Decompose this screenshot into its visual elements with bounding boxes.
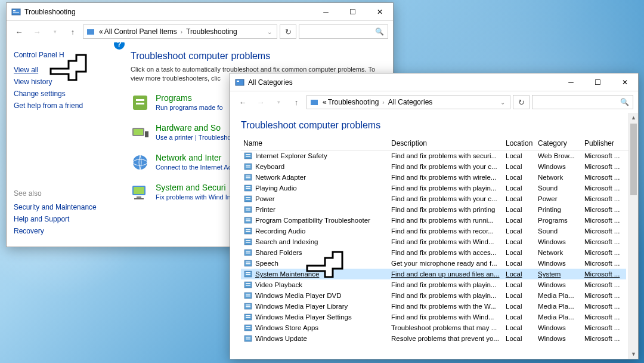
table-row[interactable]: Shared FoldersFind and fix problems with… bbox=[241, 247, 626, 258]
svg-rect-17 bbox=[237, 81, 239, 82]
cell-name: Playing Audio bbox=[241, 183, 389, 193]
table-header: Name Description Location Category Publi… bbox=[241, 139, 628, 150]
back-button[interactable]: ← bbox=[235, 94, 250, 110]
scrollbar[interactable]: ▲ ▼ bbox=[628, 113, 638, 359]
row-icon bbox=[243, 151, 253, 161]
svg-rect-20 bbox=[246, 154, 250, 155]
table-row[interactable]: SpeechGet your microphone ready and f...… bbox=[241, 258, 626, 269]
maximize-button[interactable]: ☐ bbox=[339, 3, 366, 20]
breadcrumb-item[interactable]: All Control Panel Items bbox=[104, 27, 177, 36]
breadcrumb-item[interactable]: Troubleshooting bbox=[186, 27, 237, 36]
cell-publisher: Microsoft ... bbox=[582, 152, 624, 159]
up-button[interactable]: ↑ bbox=[65, 24, 80, 39]
refresh-button[interactable]: ↻ bbox=[513, 95, 530, 109]
minimize-button[interactable]: ─ bbox=[558, 73, 584, 91]
breadcrumb-dropdown[interactable]: ⌄ bbox=[265, 29, 274, 35]
table-row[interactable]: Windows UpdateResolve problems that prev… bbox=[241, 333, 626, 344]
cell-publisher: Microsoft ... bbox=[582, 163, 624, 170]
up-button[interactable]: ↑ bbox=[289, 94, 304, 110]
sidebar-link-help[interactable]: Help and Support bbox=[14, 213, 113, 225]
back-button[interactable]: ← bbox=[11, 24, 27, 39]
col-location[interactable]: Location bbox=[503, 139, 535, 147]
svg-rect-8 bbox=[134, 129, 143, 135]
table-row[interactable]: PrinterFind and fix problems with printi… bbox=[241, 204, 626, 215]
cell-publisher: Microsoft ... bbox=[582, 174, 624, 181]
cell-publisher: Microsoft ... bbox=[582, 324, 624, 331]
sidebar-link-view-all[interactable]: View all bbox=[14, 64, 113, 76]
table-row[interactable]: Video PlaybackFind and fix problems with… bbox=[241, 279, 626, 290]
refresh-button[interactable]: ↻ bbox=[280, 24, 296, 39]
search-input[interactable]: 🔍 bbox=[532, 95, 633, 109]
row-icon bbox=[243, 334, 253, 343]
svg-rect-45 bbox=[246, 242, 250, 243]
cell-location: Local bbox=[503, 195, 535, 202]
search-icon: 🔍 bbox=[620, 98, 629, 106]
titlebar[interactable]: Troubleshooting ─ ☐ ✕ bbox=[7, 3, 393, 21]
see-also-heading: See also bbox=[14, 189, 113, 198]
sidebar-link-recovery[interactable]: Recovery bbox=[14, 225, 113, 237]
table-row[interactable]: Network AdapterFind and fix problems wit… bbox=[241, 172, 626, 183]
breadcrumb-root[interactable]: « bbox=[323, 98, 327, 106]
table-row[interactable]: Windows Store AppsTroubleshoot problems … bbox=[241, 322, 626, 333]
cell-location: Local bbox=[503, 227, 535, 235]
breadcrumb-item[interactable]: All Categories bbox=[388, 98, 433, 106]
table-row[interactable]: Program Compatibility TroubleshooterFind… bbox=[241, 215, 626, 226]
recent-dropdown[interactable]: ▾ bbox=[271, 94, 286, 110]
maximize-button[interactable]: ☐ bbox=[584, 73, 611, 91]
cell-name: Printer bbox=[241, 205, 389, 214]
close-button[interactable]: ✕ bbox=[611, 73, 638, 91]
table-row[interactable]: Playing AudioFind and fix problems with … bbox=[241, 183, 626, 193]
table-row[interactable]: Recording AudioFind and fix problems wit… bbox=[241, 226, 626, 236]
breadcrumb-dropdown[interactable]: ⌄ bbox=[498, 99, 507, 106]
cell-category: Windows bbox=[535, 324, 582, 331]
cell-description: Find and fix problems with your c... bbox=[389, 195, 503, 202]
table-row[interactable]: KeyboardFind and fix problems with your … bbox=[241, 161, 626, 172]
breadcrumb-root[interactable]: « bbox=[99, 27, 103, 36]
cell-description: Find and clean up unused files an... bbox=[389, 270, 503, 278]
cell-category: Sound bbox=[535, 184, 582, 192]
breadcrumb-item[interactable]: Troubleshooting bbox=[328, 98, 379, 106]
table-row[interactable]: PowerFind and fix problems with your c..… bbox=[241, 193, 626, 204]
table-row[interactable]: Search and IndexingFind and fix problems… bbox=[241, 236, 626, 247]
cell-category: Printing bbox=[535, 206, 582, 213]
scroll-thumb[interactable] bbox=[630, 124, 637, 195]
sidebar-link-view-history[interactable]: View history bbox=[14, 76, 113, 88]
row-icon bbox=[243, 205, 253, 214]
programs-icon bbox=[131, 93, 150, 112]
network-icon bbox=[131, 153, 150, 172]
cell-description: Find and fix problems with acces... bbox=[389, 249, 503, 256]
titlebar[interactable]: All Categories ─ ☐ ✕ bbox=[230, 73, 638, 91]
breadcrumb[interactable]: « Troubleshooting › All Categories ⌄ bbox=[306, 95, 510, 109]
sidebar-link-get-help[interactable]: Get help from a friend bbox=[14, 100, 113, 112]
col-description[interactable]: Description bbox=[389, 139, 503, 147]
cell-category: Media Pla... bbox=[535, 303, 582, 310]
table-row[interactable]: Windows Media Player SettingsFind and fi… bbox=[241, 312, 626, 322]
svg-rect-5 bbox=[136, 99, 144, 101]
sidebar-link-change-settings[interactable]: Change settings bbox=[14, 88, 113, 100]
scroll-down-icon[interactable]: ▼ bbox=[629, 349, 638, 359]
forward-button[interactable]: → bbox=[29, 24, 45, 39]
scroll-up-icon[interactable]: ▲ bbox=[629, 113, 638, 122]
col-category[interactable]: Category bbox=[535, 139, 582, 147]
svg-rect-65 bbox=[246, 315, 250, 316]
col-publisher[interactable]: Publisher bbox=[582, 139, 624, 147]
col-name[interactable]: Name bbox=[241, 139, 389, 147]
sidebar-link-security[interactable]: Security and Maintenance bbox=[14, 201, 113, 213]
svg-rect-1 bbox=[13, 10, 16, 11]
svg-rect-42 bbox=[246, 231, 250, 232]
search-input[interactable]: 🔍 bbox=[299, 24, 388, 39]
table-row[interactable]: Windows Media Player DVDFind and fix pro… bbox=[241, 290, 626, 301]
table-row[interactable]: Internet Explorer SafetyFind and fix pro… bbox=[241, 150, 626, 161]
table-row[interactable]: System MaintenanceFind and clean up unus… bbox=[241, 269, 626, 279]
breadcrumb[interactable]: « All Control Panel Items › Troubleshoot… bbox=[83, 24, 277, 39]
svg-rect-39 bbox=[246, 220, 250, 222]
cell-location: Local bbox=[503, 152, 535, 159]
minimize-button[interactable]: ─ bbox=[312, 3, 339, 20]
forward_button[interactable]: → bbox=[253, 94, 268, 110]
table-row[interactable]: Windows Media Player LibraryFind and fix… bbox=[241, 301, 626, 312]
cell-name: Search and Indexing bbox=[241, 237, 389, 247]
close-button[interactable]: ✕ bbox=[366, 3, 393, 20]
svg-rect-23 bbox=[246, 165, 250, 166]
recent-dropdown[interactable]: ▾ bbox=[47, 24, 63, 39]
window-icon bbox=[235, 78, 244, 87]
